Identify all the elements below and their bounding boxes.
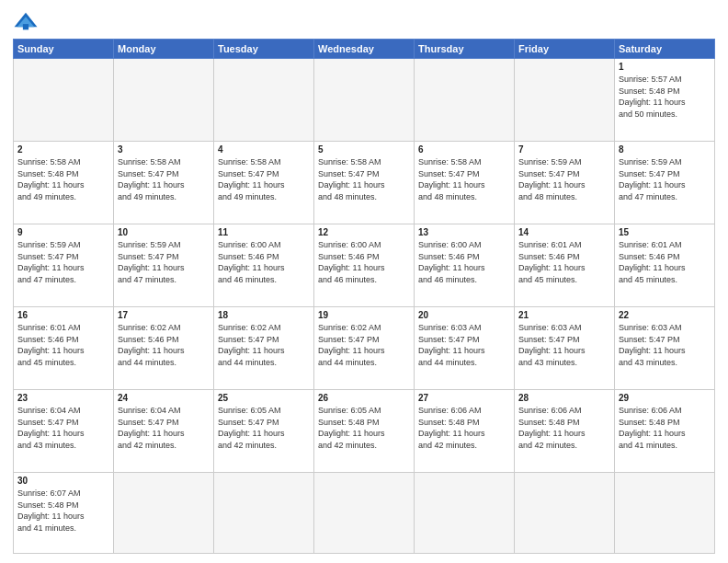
day-info: Sunrise: 6:03 AM Sunset: 5:47 PM Dayligh… [418,322,510,368]
day-number: 21 [518,310,610,320]
calendar-cell: 2Sunrise: 5:58 AM Sunset: 5:48 PM Daylig… [14,142,114,224]
calendar-cell: 14Sunrise: 6:01 AM Sunset: 5:46 PM Dayli… [515,224,615,307]
day-info: Sunrise: 5:59 AM Sunset: 5:47 PM Dayligh… [518,156,610,202]
weekday-header-friday: Friday [515,40,615,59]
day-number: 3 [118,144,210,155]
calendar-cell [515,473,615,554]
day-number: 28 [518,393,610,403]
day-number: 30 [17,476,109,486]
calendar-cell: 4Sunrise: 5:58 AM Sunset: 5:47 PM Daylig… [214,142,314,224]
day-number: 5 [318,144,410,155]
day-info: Sunrise: 5:59 AM Sunset: 5:47 PM Dayligh… [17,239,109,285]
calendar-cell [615,473,715,554]
calendar-cell: 19Sunrise: 6:02 AM Sunset: 5:47 PM Dayli… [314,307,415,390]
day-info: Sunrise: 6:06 AM Sunset: 5:48 PM Dayligh… [518,405,610,451]
day-info: Sunrise: 5:58 AM Sunset: 5:48 PM Dayligh… [17,156,109,202]
calendar-cell [214,59,314,142]
weekday-header-thursday: Thursday [415,40,515,59]
calendar-cell: 23Sunrise: 6:04 AM Sunset: 5:47 PM Dayli… [14,390,114,473]
page: SundayMondayTuesdayWednesdayThursdayFrid… [0,0,728,563]
day-info: Sunrise: 6:06 AM Sunset: 5:48 PM Dayligh… [619,405,711,451]
day-info: Sunrise: 6:02 AM Sunset: 5:46 PM Dayligh… [118,322,210,368]
day-info: Sunrise: 6:01 AM Sunset: 5:46 PM Dayligh… [619,239,711,285]
day-number: 9 [17,227,109,237]
calendar-cell: 21Sunrise: 6:03 AM Sunset: 5:47 PM Dayli… [515,307,615,390]
day-info: Sunrise: 6:03 AM Sunset: 5:47 PM Dayligh… [619,322,711,368]
day-info: Sunrise: 6:07 AM Sunset: 5:48 PM Dayligh… [17,488,109,534]
day-number: 4 [218,144,310,155]
day-number: 15 [619,227,711,237]
weekday-header-tuesday: Tuesday [214,40,314,59]
weekday-header-wednesday: Wednesday [314,40,415,59]
calendar-cell [114,59,214,142]
calendar-cell: 8Sunrise: 5:59 AM Sunset: 5:47 PM Daylig… [615,142,715,224]
day-info: Sunrise: 5:58 AM Sunset: 5:47 PM Dayligh… [318,156,410,202]
header [13,11,715,31]
day-info: Sunrise: 5:58 AM Sunset: 5:47 PM Dayligh… [218,156,310,202]
calendar-cell: 5Sunrise: 5:58 AM Sunset: 5:47 PM Daylig… [314,142,415,224]
day-info: Sunrise: 6:02 AM Sunset: 5:47 PM Dayligh… [318,322,410,368]
day-number: 29 [619,393,711,403]
logo [13,11,42,31]
calendar-cell [14,59,114,142]
day-info: Sunrise: 5:59 AM Sunset: 5:47 PM Dayligh… [118,239,210,285]
calendar-cell: 30Sunrise: 6:07 AM Sunset: 5:48 PM Dayli… [14,473,114,554]
calendar-cell: 28Sunrise: 6:06 AM Sunset: 5:48 PM Dayli… [515,390,615,473]
calendar-cell: 7Sunrise: 5:59 AM Sunset: 5:47 PM Daylig… [515,142,615,224]
calendar-cell: 18Sunrise: 6:02 AM Sunset: 5:47 PM Dayli… [214,307,314,390]
day-info: Sunrise: 6:01 AM Sunset: 5:46 PM Dayligh… [17,322,109,368]
calendar-cell: 9Sunrise: 5:59 AM Sunset: 5:47 PM Daylig… [14,224,114,307]
day-info: Sunrise: 5:57 AM Sunset: 5:48 PM Dayligh… [619,74,711,120]
weekday-header-sunday: Sunday [14,40,114,59]
day-number: 27 [418,393,510,403]
logo-icon [13,11,39,31]
calendar-cell: 15Sunrise: 6:01 AM Sunset: 5:46 PM Dayli… [615,224,715,307]
day-number: 8 [619,144,711,155]
calendar-cell [314,473,415,554]
day-number: 19 [318,310,410,320]
calendar-cell [415,473,515,554]
day-number: 1 [619,62,711,72]
calendar-cell: 17Sunrise: 6:02 AM Sunset: 5:46 PM Dayli… [114,307,214,390]
calendar-cell [415,59,515,142]
weekday-header-saturday: Saturday [615,40,715,59]
day-number: 2 [17,144,109,155]
calendar-table: SundayMondayTuesdayWednesdayThursdayFrid… [13,39,715,554]
day-number: 14 [518,227,610,237]
day-info: Sunrise: 6:04 AM Sunset: 5:47 PM Dayligh… [118,405,210,451]
calendar-cell: 25Sunrise: 6:05 AM Sunset: 5:47 PM Dayli… [214,390,314,473]
day-number: 6 [418,144,510,155]
day-info: Sunrise: 6:03 AM Sunset: 5:47 PM Dayligh… [518,322,610,368]
calendar-cell: 6Sunrise: 5:58 AM Sunset: 5:47 PM Daylig… [415,142,515,224]
calendar-cell [214,473,314,554]
day-number: 18 [218,310,310,320]
calendar-cell: 20Sunrise: 6:03 AM Sunset: 5:47 PM Dayli… [415,307,515,390]
day-number: 22 [619,310,711,320]
day-number: 26 [318,393,410,403]
day-info: Sunrise: 5:58 AM Sunset: 5:47 PM Dayligh… [118,156,210,202]
calendar-cell: 3Sunrise: 5:58 AM Sunset: 5:47 PM Daylig… [114,142,214,224]
day-number: 25 [218,393,310,403]
calendar-cell: 26Sunrise: 6:05 AM Sunset: 5:48 PM Dayli… [314,390,415,473]
day-info: Sunrise: 5:58 AM Sunset: 5:47 PM Dayligh… [418,156,510,202]
calendar-cell [314,59,415,142]
calendar-cell: 16Sunrise: 6:01 AM Sunset: 5:46 PM Dayli… [14,307,114,390]
day-number: 12 [318,227,410,237]
day-number: 13 [418,227,510,237]
calendar-cell: 13Sunrise: 6:00 AM Sunset: 5:46 PM Dayli… [415,224,515,307]
day-info: Sunrise: 6:05 AM Sunset: 5:47 PM Dayligh… [218,405,310,451]
day-info: Sunrise: 6:00 AM Sunset: 5:46 PM Dayligh… [218,239,310,285]
calendar-cell: 22Sunrise: 6:03 AM Sunset: 5:47 PM Dayli… [615,307,715,390]
calendar-cell: 27Sunrise: 6:06 AM Sunset: 5:48 PM Dayli… [415,390,515,473]
day-info: Sunrise: 6:02 AM Sunset: 5:47 PM Dayligh… [218,322,310,368]
svg-rect-2 [23,24,28,29]
day-number: 23 [17,393,109,403]
day-info: Sunrise: 6:06 AM Sunset: 5:48 PM Dayligh… [418,405,510,451]
calendar-cell: 11Sunrise: 6:00 AM Sunset: 5:46 PM Dayli… [214,224,314,307]
calendar-cell: 10Sunrise: 5:59 AM Sunset: 5:47 PM Dayli… [114,224,214,307]
calendar-cell: 24Sunrise: 6:04 AM Sunset: 5:47 PM Dayli… [114,390,214,473]
day-number: 10 [118,227,210,237]
day-info: Sunrise: 6:00 AM Sunset: 5:46 PM Dayligh… [418,239,510,285]
day-number: 7 [518,144,610,155]
day-info: Sunrise: 6:00 AM Sunset: 5:46 PM Dayligh… [318,239,410,285]
